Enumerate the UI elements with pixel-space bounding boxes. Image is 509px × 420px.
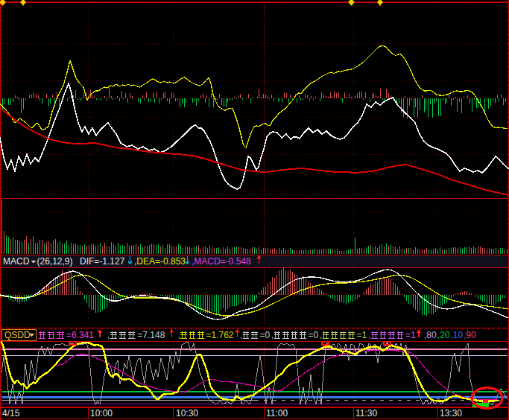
svg-text:=1: =1 (357, 330, 367, 340)
svg-text:,: , (320, 330, 322, 340)
svg-text:=7.148: =7.148 (137, 330, 165, 340)
svg-text:,: , (271, 330, 274, 340)
svg-text:,: , (240, 330, 242, 340)
svg-text:,: , (369, 330, 371, 340)
svg-text:4/15: 4/15 (2, 408, 20, 419)
svg-text:MACD: MACD (3, 256, 30, 267)
svg-text:13:30: 13:30 (440, 408, 462, 419)
svg-text:QSDD: QSDD (4, 330, 31, 340)
svg-text:,DEA=-0.853: ,DEA=-0.853 (134, 256, 186, 267)
svg-text:,: , (107, 330, 110, 340)
svg-text:10:30: 10:30 (176, 408, 198, 419)
svg-text:,20: ,20 (437, 330, 450, 340)
svg-text:11:00: 11:00 (266, 408, 288, 419)
svg-text:=1: =1 (405, 330, 416, 340)
svg-text:=0: =0 (260, 330, 271, 340)
svg-text:,10: ,10 (451, 330, 464, 340)
svg-text:,80: ,80 (424, 330, 437, 340)
svg-text:=0: =0 (309, 330, 319, 340)
svg-text:10:00: 10:00 (90, 408, 113, 419)
svg-text:=1.762: =1.762 (206, 330, 234, 340)
svg-text:DIF=-1.127: DIF=-1.127 (80, 256, 125, 267)
svg-text:11:30: 11:30 (355, 408, 377, 419)
svg-text:,: , (178, 330, 180, 340)
svg-text:(26,12,9): (26,12,9) (37, 256, 73, 267)
svg-text:,90: ,90 (464, 330, 476, 340)
svg-text:,MACD=-0.548: ,MACD=-0.548 (192, 256, 251, 267)
svg-text:=6.341: =6.341 (66, 330, 94, 340)
